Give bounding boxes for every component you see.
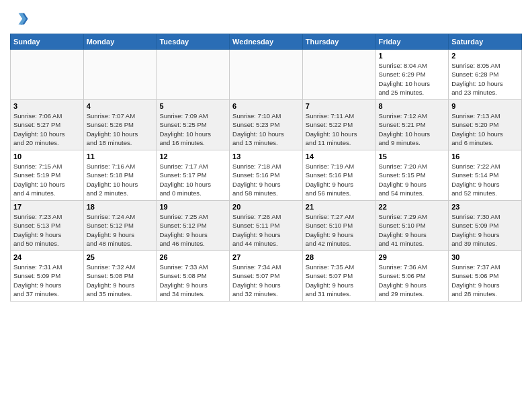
- day-info: Sunrise: 7:09 AM Sunset: 5:25 PM Dayligh…: [159, 111, 226, 147]
- day-info: Sunrise: 8:05 AM Sunset: 6:28 PM Dayligh…: [451, 61, 519, 97]
- calendar-day-cell: 17Sunrise: 7:23 AM Sunset: 5:13 PM Dayli…: [11, 201, 84, 251]
- day-number: 18: [87, 203, 154, 211]
- calendar-empty-cell: [157, 50, 230, 100]
- day-info: Sunrise: 7:31 AM Sunset: 5:09 PM Dayligh…: [13, 263, 81, 298]
- calendar-day-cell: 2Sunrise: 8:05 AM Sunset: 6:28 PM Daylig…: [449, 50, 522, 100]
- calendar-day-cell: 18Sunrise: 7:24 AM Sunset: 5:12 PM Dayli…: [83, 201, 157, 251]
- calendar-week-row: 10Sunrise: 7:15 AM Sunset: 5:19 PM Dayli…: [11, 150, 522, 201]
- day-number: 16: [451, 152, 519, 161]
- day-info: Sunrise: 7:15 AM Sunset: 5:19 PM Dayligh…: [13, 162, 81, 197]
- day-number: 23: [451, 203, 519, 211]
- day-number: 17: [13, 203, 81, 211]
- day-number: 10: [13, 152, 81, 161]
- day-number: 28: [306, 253, 373, 261]
- day-info: Sunrise: 7:19 AM Sunset: 5:16 PM Dayligh…: [306, 162, 373, 197]
- day-number: 9: [451, 102, 519, 110]
- calendar-day-cell: 20Sunrise: 7:26 AM Sunset: 5:11 PM Dayli…: [230, 201, 303, 251]
- day-info: Sunrise: 8:04 AM Sunset: 6:29 PM Dayligh…: [379, 61, 446, 97]
- day-info: Sunrise: 7:33 AM Sunset: 5:08 PM Dayligh…: [159, 263, 226, 298]
- logo-icon: [10, 9, 29, 28]
- day-info: Sunrise: 7:29 AM Sunset: 5:10 PM Dayligh…: [379, 212, 446, 248]
- day-info: Sunrise: 7:11 AM Sunset: 5:22 PM Dayligh…: [306, 111, 373, 147]
- weekday-header: Wednesday: [230, 34, 303, 50]
- day-info: Sunrise: 7:32 AM Sunset: 5:08 PM Dayligh…: [87, 263, 154, 298]
- day-number: 27: [232, 253, 300, 261]
- day-info: Sunrise: 7:18 AM Sunset: 5:16 PM Dayligh…: [232, 162, 300, 197]
- day-info: Sunrise: 7:22 AM Sunset: 5:14 PM Dayligh…: [451, 162, 519, 197]
- logo: [10, 9, 32, 28]
- calendar-week-row: 3Sunrise: 7:06 AM Sunset: 5:27 PM Daylig…: [11, 100, 522, 150]
- day-info: Sunrise: 7:20 AM Sunset: 5:15 PM Dayligh…: [379, 162, 446, 197]
- calendar-day-cell: 4Sunrise: 7:07 AM Sunset: 5:26 PM Daylig…: [83, 100, 157, 150]
- day-number: 20: [232, 203, 300, 211]
- day-info: Sunrise: 7:37 AM Sunset: 5:06 PM Dayligh…: [451, 263, 519, 298]
- day-number: 21: [306, 203, 373, 211]
- day-info: Sunrise: 7:30 AM Sunset: 5:09 PM Dayligh…: [451, 212, 519, 248]
- day-number: 22: [379, 203, 446, 211]
- day-number: 3: [13, 102, 81, 110]
- calendar-day-cell: 1Sunrise: 8:04 AM Sunset: 6:29 PM Daylig…: [375, 50, 449, 100]
- day-info: Sunrise: 7:17 AM Sunset: 5:17 PM Dayligh…: [159, 162, 226, 197]
- calendar-day-cell: 25Sunrise: 7:32 AM Sunset: 5:08 PM Dayli…: [83, 251, 157, 302]
- day-number: 13: [232, 152, 300, 161]
- calendar-week-row: 17Sunrise: 7:23 AM Sunset: 5:13 PM Dayli…: [11, 201, 522, 251]
- day-number: 30: [451, 253, 519, 261]
- calendar-day-cell: 30Sunrise: 7:37 AM Sunset: 5:06 PM Dayli…: [449, 251, 522, 302]
- day-number: 26: [159, 253, 226, 261]
- calendar-day-cell: 22Sunrise: 7:29 AM Sunset: 5:10 PM Dayli…: [375, 201, 449, 251]
- day-info: Sunrise: 7:06 AM Sunset: 5:27 PM Dayligh…: [13, 111, 81, 147]
- day-number: 2: [451, 52, 519, 60]
- calendar-day-cell: 29Sunrise: 7:36 AM Sunset: 5:06 PM Dayli…: [375, 251, 449, 302]
- day-number: 1: [379, 52, 446, 60]
- weekday-header: Tuesday: [157, 34, 230, 50]
- day-number: 7: [306, 102, 373, 110]
- day-number: 6: [232, 102, 300, 110]
- day-info: Sunrise: 7:24 AM Sunset: 5:12 PM Dayligh…: [87, 212, 154, 248]
- calendar-day-cell: 10Sunrise: 7:15 AM Sunset: 5:19 PM Dayli…: [11, 150, 84, 201]
- calendar-empty-cell: [11, 50, 84, 100]
- day-info: Sunrise: 7:23 AM Sunset: 5:13 PM Dayligh…: [13, 212, 81, 248]
- calendar-empty-cell: [302, 50, 375, 100]
- calendar-day-cell: 23Sunrise: 7:30 AM Sunset: 5:09 PM Dayli…: [449, 201, 522, 251]
- day-number: 25: [87, 253, 154, 261]
- weekday-header: Sunday: [11, 34, 84, 50]
- calendar-day-cell: 13Sunrise: 7:18 AM Sunset: 5:16 PM Dayli…: [230, 150, 303, 201]
- calendar-header-row: SundayMondayTuesdayWednesdayThursdayFrid…: [11, 34, 522, 50]
- calendar-day-cell: 27Sunrise: 7:34 AM Sunset: 5:07 PM Dayli…: [230, 251, 303, 302]
- day-info: Sunrise: 7:13 AM Sunset: 5:20 PM Dayligh…: [451, 111, 519, 147]
- calendar-day-cell: 21Sunrise: 7:27 AM Sunset: 5:10 PM Dayli…: [302, 201, 375, 251]
- header: [10, 7, 522, 28]
- calendar-day-cell: 12Sunrise: 7:17 AM Sunset: 5:17 PM Dayli…: [157, 150, 230, 201]
- page: SundayMondayTuesdayWednesdayThursdayFrid…: [0, 0, 532, 308]
- day-info: Sunrise: 7:26 AM Sunset: 5:11 PM Dayligh…: [232, 212, 300, 248]
- calendar-day-cell: 24Sunrise: 7:31 AM Sunset: 5:09 PM Dayli…: [11, 251, 84, 302]
- day-number: 19: [159, 203, 226, 211]
- calendar-day-cell: 14Sunrise: 7:19 AM Sunset: 5:16 PM Dayli…: [302, 150, 375, 201]
- weekday-header: Monday: [83, 34, 157, 50]
- calendar-day-cell: 5Sunrise: 7:09 AM Sunset: 5:25 PM Daylig…: [157, 100, 230, 150]
- day-number: 24: [13, 253, 81, 261]
- day-info: Sunrise: 7:34 AM Sunset: 5:07 PM Dayligh…: [232, 263, 300, 298]
- calendar-day-cell: 6Sunrise: 7:10 AM Sunset: 5:23 PM Daylig…: [230, 100, 303, 150]
- day-info: Sunrise: 7:25 AM Sunset: 5:12 PM Dayligh…: [159, 212, 226, 248]
- day-info: Sunrise: 7:16 AM Sunset: 5:18 PM Dayligh…: [87, 162, 154, 197]
- day-info: Sunrise: 7:27 AM Sunset: 5:10 PM Dayligh…: [306, 212, 373, 248]
- calendar-week-row: 24Sunrise: 7:31 AM Sunset: 5:09 PM Dayli…: [11, 251, 522, 302]
- weekday-header: Saturday: [449, 34, 522, 50]
- calendar-empty-cell: [230, 50, 303, 100]
- calendar-day-cell: 28Sunrise: 7:35 AM Sunset: 5:07 PM Dayli…: [302, 251, 375, 302]
- calendar-day-cell: 19Sunrise: 7:25 AM Sunset: 5:12 PM Dayli…: [157, 201, 230, 251]
- calendar-week-row: 1Sunrise: 8:04 AM Sunset: 6:29 PM Daylig…: [11, 50, 522, 100]
- day-number: 11: [87, 152, 154, 161]
- calendar-day-cell: 11Sunrise: 7:16 AM Sunset: 5:18 PM Dayli…: [83, 150, 157, 201]
- day-info: Sunrise: 7:07 AM Sunset: 5:26 PM Dayligh…: [87, 111, 154, 147]
- day-info: Sunrise: 7:12 AM Sunset: 5:21 PM Dayligh…: [379, 111, 446, 147]
- calendar-day-cell: 16Sunrise: 7:22 AM Sunset: 5:14 PM Dayli…: [449, 150, 522, 201]
- calendar-table: SundayMondayTuesdayWednesdayThursdayFrid…: [10, 34, 522, 302]
- day-number: 15: [379, 152, 446, 161]
- day-info: Sunrise: 7:36 AM Sunset: 5:06 PM Dayligh…: [379, 263, 446, 298]
- weekday-header: Friday: [375, 34, 449, 50]
- weekday-header: Thursday: [302, 34, 375, 50]
- day-number: 4: [87, 102, 154, 110]
- day-number: 29: [379, 253, 446, 261]
